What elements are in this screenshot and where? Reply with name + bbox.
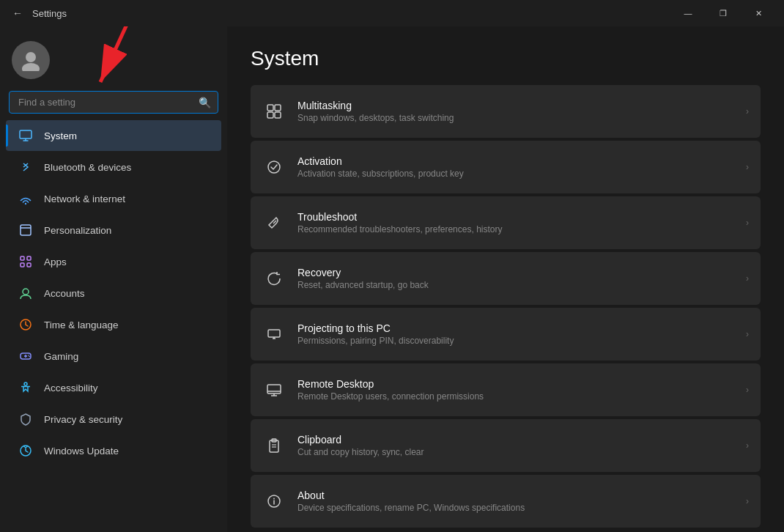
back-button[interactable]: ← [9, 4, 26, 22]
settings-item-text: Multitasking Snap windows, desktops, tas… [297, 100, 734, 123]
svg-point-7 [25, 203, 26, 204]
page-title: System [251, 47, 761, 70]
settings-item-remote-desktop[interactable]: Remote Desktop Remote Desktop users, con… [251, 363, 761, 416]
chevron-icon: › [746, 385, 749, 395]
restore-button[interactable]: ❐ [706, 0, 740, 26]
sidebar-item-update[interactable]: Windows Update [6, 435, 221, 466]
chevron-icon: › [746, 218, 749, 228]
sidebar-item-label: Personalization [44, 225, 111, 236]
update-icon [18, 443, 34, 459]
settings-item-text: Recovery Reset, advanced startup, go bac… [297, 267, 734, 290]
sidebar-item-gaming[interactable]: Gaming [6, 341, 221, 372]
settings-item-text: Remote Desktop Remote Desktop users, con… [297, 378, 734, 402]
remote-desktop-icon [262, 378, 286, 402]
sidebar-item-label: Accessibility [44, 383, 98, 394]
sidebar-item-label: Network & internet [44, 193, 125, 204]
chevron-icon: › [746, 162, 749, 172]
svg-point-20 [29, 356, 30, 358]
bluetooth-icon [18, 159, 34, 175]
settings-item-subtitle: Cut and copy history, sync, clear [297, 447, 734, 457]
gaming-icon [18, 348, 34, 364]
avatar-area [0, 35, 227, 91]
settings-item-subtitle: Remote Desktop users, connection permiss… [297, 391, 734, 402]
sidebar-item-label: Apps [44, 256, 67, 267]
search-icon: 🔍 [199, 97, 211, 108]
titlebar: ← Settings — ❐ ✕ [0, 0, 784, 26]
settings-item-recovery[interactable]: Recovery Reset, advanced startup, go bac… [251, 252, 761, 305]
chevron-icon: › [746, 106, 749, 117]
settings-item-text: Activation Activation state, subscriptio… [297, 155, 734, 179]
sidebar-item-time[interactable]: Time & language [6, 309, 221, 340]
svg-rect-11 [27, 256, 31, 260]
nav-list: System Bluetooth & devices Network & int… [0, 119, 227, 467]
multitasking-icon [262, 100, 286, 123]
sidebar-item-label: Windows Update [44, 446, 119, 457]
svg-point-28 [268, 161, 280, 173]
svg-point-14 [23, 289, 29, 295]
settings-item-text: Clipboard Cut and copy history, sync, cl… [297, 434, 734, 457]
about-icon [262, 489, 286, 513]
settings-item-multitasking[interactable]: Multitasking Snap windows, desktops, tas… [251, 85, 761, 138]
settings-item-text: Projecting to this PC Permissions, pairi… [297, 322, 734, 346]
settings-item-subtitle: Reset, advanced startup, go back [297, 280, 734, 290]
projecting-icon [262, 322, 286, 346]
svg-point-19 [28, 355, 29, 356]
settings-item-title: Projecting to this PC [297, 322, 734, 334]
avatar [12, 41, 50, 79]
sidebar-item-privacy[interactable]: Privacy & security [6, 404, 221, 435]
sidebar-item-label: Gaming [44, 351, 78, 362]
network-icon [18, 191, 34, 207]
settings-item-subtitle: Activation state, subscriptions, product… [297, 169, 734, 179]
settings-item-subtitle: Snap windows, desktops, task switching [297, 113, 734, 123]
chevron-icon: › [746, 496, 749, 506]
sidebar-item-label: Accounts [44, 288, 85, 299]
personalization-icon [18, 222, 34, 238]
settings-item-projecting[interactable]: Projecting to this PC Permissions, pairi… [251, 308, 761, 361]
chevron-icon: › [746, 273, 749, 284]
svg-point-1 [22, 63, 40, 71]
svg-rect-30 [268, 330, 280, 337]
settings-item-clipboard[interactable]: Clipboard Cut and copy history, sync, cl… [251, 419, 761, 472]
activation-icon [262, 155, 286, 179]
svg-line-29 [273, 221, 276, 223]
svg-rect-27 [275, 112, 281, 118]
close-button[interactable]: ✕ [742, 0, 775, 26]
svg-rect-26 [267, 112, 273, 118]
settings-item-title: Clipboard [297, 434, 734, 446]
settings-item-title: Remote Desktop [297, 378, 734, 390]
sidebar-item-bluetooth[interactable]: Bluetooth & devices [6, 152, 221, 182]
main-layout: 🔍 System Bluetooth & devices Network [0, 26, 784, 532]
sidebar-item-system[interactable]: System [6, 120, 221, 151]
accessibility-icon [18, 380, 34, 396]
sidebar: 🔍 System Bluetooth & devices Network [0, 26, 227, 532]
settings-item-about[interactable]: About Device specifications, rename PC, … [251, 475, 761, 528]
sidebar-item-accessibility[interactable]: Accessibility [6, 372, 221, 403]
svg-rect-24 [267, 105, 273, 111]
svg-rect-12 [21, 263, 24, 267]
svg-rect-13 [27, 263, 31, 267]
settings-item-title: About [297, 489, 734, 501]
content-area: System Multitasking Snap windows, deskto… [227, 26, 784, 532]
apps-icon [18, 254, 34, 270]
svg-rect-33 [267, 385, 281, 394]
svg-rect-25 [275, 105, 281, 111]
search-input[interactable] [9, 91, 218, 114]
settings-item-subtitle: Permissions, pairing PIN, discoverabilit… [297, 336, 734, 346]
settings-item-text: Troubleshoot Recommended troubleshooters… [297, 211, 734, 234]
clipboard-icon [262, 434, 286, 457]
settings-item-title: Multitasking [297, 100, 734, 111]
sidebar-item-label: Time & language [44, 319, 119, 330]
privacy-icon [18, 411, 34, 427]
settings-item-activation[interactable]: Activation Activation state, subscriptio… [251, 141, 761, 193]
sidebar-item-accounts[interactable]: Accounts [6, 278, 221, 309]
settings-item-title: Recovery [297, 267, 734, 278]
settings-item-troubleshoot[interactable]: Troubleshoot Recommended troubleshooters… [251, 196, 761, 249]
sidebar-item-apps[interactable]: Apps [6, 246, 221, 277]
minimize-button[interactable]: — [671, 0, 705, 26]
app-title: Settings [32, 8, 67, 19]
settings-item-subtitle: Recommended troubleshooters, preferences… [297, 224, 734, 234]
settings-item-subtitle: Device specifications, rename PC, Window… [297, 503, 734, 513]
sidebar-item-network[interactable]: Network & internet [6, 183, 221, 214]
sidebar-item-personalization[interactable]: Personalization [6, 215, 221, 245]
settings-item-text: About Device specifications, rename PC, … [297, 489, 734, 513]
